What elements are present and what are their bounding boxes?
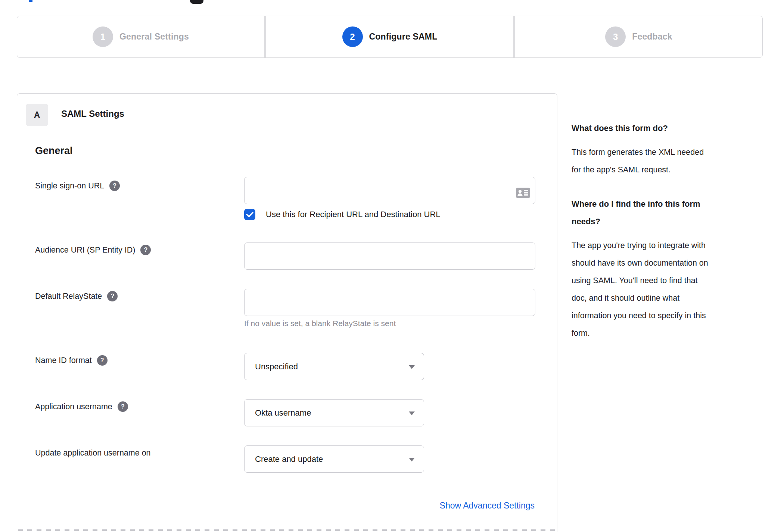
heading-line: Where do I find the info this form: [572, 195, 764, 213]
general-section-heading: General: [35, 145, 73, 157]
field-label-text: Audience URI (SP Entity ID): [35, 245, 135, 255]
sidebar-paragraph-where: The app you're trying to integrate with …: [572, 237, 764, 342]
audience-uri-label: Audience URI (SP Entity ID) ?: [35, 243, 151, 257]
body-line: This form generates the XML needed: [572, 144, 764, 161]
field-label-text: Update application username on: [35, 448, 151, 458]
field-label-text: Default RelayState: [35, 292, 102, 301]
page-top-artifact-blue: [29, 0, 32, 2]
step-number-badge: 3: [605, 26, 626, 47]
recipient-url-checkbox-label[interactable]: Use this for Recipient URL and Destinati…: [266, 208, 441, 221]
help-icon[interactable]: ?: [118, 401, 128, 412]
select-value: Okta username: [255, 408, 311, 418]
application-username-select[interactable]: Okta username: [244, 399, 424, 426]
show-advanced-settings-link[interactable]: Show Advanced Settings: [440, 501, 535, 511]
help-icon[interactable]: ?: [107, 291, 118, 301]
select-value: Create and update: [255, 454, 323, 464]
checkmark-icon: [246, 212, 253, 218]
step-feedback[interactable]: 3 Feedback: [513, 16, 762, 57]
step-label: Feedback: [632, 32, 672, 42]
body-line: information you need to specify in this: [572, 307, 764, 325]
step-number-badge: 1: [93, 26, 113, 47]
field-label-text: Single sign-on URL: [35, 181, 104, 191]
body-line: should have its own documentation on: [572, 254, 764, 272]
section-dashed-divider: [18, 529, 556, 531]
default-relaystate-input[interactable]: [244, 289, 535, 316]
wizard-stepper: 1 General Settings 2 Configure SAML 3 Fe…: [17, 16, 763, 58]
select-value: Unspecified: [255, 362, 298, 372]
default-relaystate-label: Default RelayState ?: [35, 290, 118, 303]
heading-line: What does this form do?: [572, 119, 764, 137]
name-id-format-label: Name ID format ?: [35, 354, 108, 367]
update-username-on-label: Update application username on: [35, 446, 151, 460]
step-number-badge: 2: [342, 26, 363, 47]
sidebar-heading-what: What does this form do?: [572, 119, 764, 137]
sidebar-paragraph-what: This form generates the XML needed for t…: [572, 144, 764, 179]
chevron-down-icon: [409, 365, 415, 369]
step-configure-saml[interactable]: 2 Configure SAML: [264, 16, 513, 57]
name-id-format-select[interactable]: Unspecified: [244, 353, 424, 380]
audience-uri-input[interactable]: [244, 242, 535, 270]
relaystate-hint: If no value is set, a blank RelayState i…: [244, 319, 396, 328]
section-a-badge: A: [26, 104, 48, 126]
step-label: General Settings: [119, 32, 189, 42]
help-sidebar: What does this form do? This form genera…: [572, 119, 764, 359]
heading-line: needs?: [572, 213, 764, 230]
help-icon[interactable]: ?: [140, 245, 151, 255]
body-line: using SAML. You'll need to find that: [572, 272, 764, 290]
field-label-text: Application username: [35, 402, 112, 411]
help-icon[interactable]: ?: [109, 181, 120, 191]
chevron-down-icon: [409, 458, 415, 461]
contact-card-icon: [516, 187, 530, 199]
application-username-label: Application username ?: [35, 400, 128, 413]
body-line: The app you're trying to integrate with: [572, 237, 764, 254]
body-line: form.: [572, 325, 764, 342]
recipient-url-checkbox[interactable]: [244, 209, 255, 220]
single-sign-on-url-label: Single sign-on URL ?: [35, 179, 120, 193]
update-username-on-select[interactable]: Create and update: [244, 445, 424, 473]
single-sign-on-url-input[interactable]: [244, 177, 535, 204]
body-line: doc, and it should outline what: [572, 290, 764, 307]
body-line: for the app's SAML request.: [572, 161, 764, 179]
saml-settings-panel: A SAML Settings General Single sign-on U…: [17, 93, 557, 532]
chevron-down-icon: [409, 411, 415, 415]
page-top-artifact-dark: [190, 0, 203, 4]
step-label: Configure SAML: [369, 32, 438, 42]
panel-title: SAML Settings: [61, 109, 124, 119]
sidebar-heading-where: Where do I find the info this form needs…: [572, 195, 764, 230]
step-general-settings[interactable]: 1 General Settings: [17, 16, 264, 57]
field-label-text: Name ID format: [35, 356, 92, 365]
help-icon[interactable]: ?: [97, 355, 108, 366]
